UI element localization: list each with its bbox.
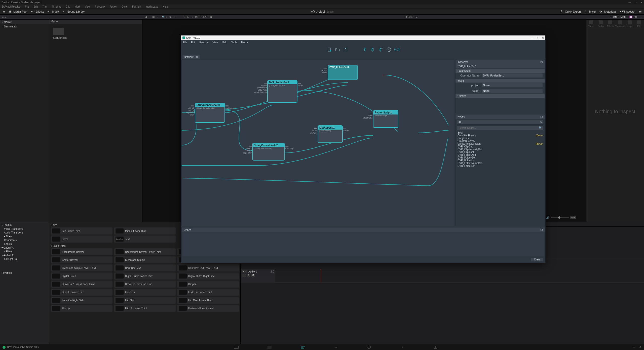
title-item[interactable]: Scroll xyxy=(51,236,112,243)
fusion-page-icon[interactable] xyxy=(333,345,339,349)
nodes-filter-select[interactable]: All xyxy=(457,120,543,125)
fusion-title-item[interactable]: Digital Glitch Lower Third xyxy=(114,273,176,280)
bypass-icon[interactable]: ⊘ xyxy=(635,16,637,18)
menu-fairlight[interactable]: Fairlight xyxy=(132,5,141,8)
node-pythonscript1[interactable]: PythonScript1 (PythonScript) xyxy=(373,110,398,128)
maximize-icon[interactable]: □ xyxy=(635,1,636,4)
fusion-title-item[interactable]: Digital Glitch Right Side xyxy=(177,273,239,280)
shift-menu-execute[interactable]: Execute xyxy=(199,41,208,44)
speaker-icon[interactable]: 🔊 xyxy=(546,216,550,219)
fusion-title-item[interactable]: Draw On Corners 1 Line xyxy=(114,281,176,288)
menu-help[interactable]: Help xyxy=(163,5,168,8)
new-file-icon[interactable] xyxy=(327,47,332,52)
shift-close-icon[interactable]: ✕ xyxy=(542,36,544,39)
input-folder-field[interactable]: None xyxy=(482,89,543,93)
inspector-tab-file[interactable]: File xyxy=(634,20,644,27)
zoom-chevron-icon[interactable]: ▾ xyxy=(192,16,193,18)
node-dvr-folderset1[interactable]: DVR_FolderSet1 xyxy=(328,65,358,80)
node-catalog-item[interactable]: CopyFiles xyxy=(458,137,543,140)
panel-menu-icon[interactable]: ▢ xyxy=(540,228,543,231)
menu-timeline[interactable]: Timeline xyxy=(52,5,61,8)
fusion-title-item[interactable]: Fade On xyxy=(114,289,176,296)
fx-item-effects[interactable]: Effects xyxy=(2,242,48,246)
menu-trim[interactable]: Trim xyxy=(43,5,48,8)
logger-clear-button[interactable]: Clear xyxy=(531,258,543,261)
sequences-bin[interactable]: › Sequences xyxy=(3,25,47,28)
execute-step-icon[interactable] xyxy=(378,47,384,52)
color-page-icon[interactable] xyxy=(366,345,372,349)
node-listappend1[interactable]: ListAppend1 (ListAppend) xyxy=(318,125,343,143)
node-dvr-folderget1[interactable]: DVR_FolderGet1 (DVR_FolderGet) xyxy=(267,80,297,103)
menu-fusion[interactable]: Fusion xyxy=(109,5,117,8)
node-catalog-item[interactable]: DVR_FolderNameGet xyxy=(458,162,543,165)
stop-icon[interactable] xyxy=(386,47,392,52)
fit-menu-icon[interactable]: ▭ ▾ xyxy=(2,16,6,18)
shift-menu-ftrack[interactable]: Ftrack xyxy=(241,41,248,44)
audiofx-header[interactable]: ▾ Audio FX xyxy=(2,253,48,257)
shift-minimize-icon[interactable]: — xyxy=(531,36,533,39)
mute-icon[interactable]: M xyxy=(251,274,255,277)
shift-maximize-icon[interactable]: □ xyxy=(537,36,538,39)
sequences-folder[interactable]: Sequences xyxy=(53,28,64,39)
fusion-title-item[interactable]: Drop In Lower Third xyxy=(51,289,112,296)
inspector-tab-image[interactable]: Image xyxy=(625,20,634,27)
effects-button[interactable]: ✦Effects xyxy=(31,10,44,13)
panel-menu-icon[interactable]: ▢ xyxy=(540,61,543,63)
search-icon[interactable]: 🔍 ▾ xyxy=(162,16,167,18)
inspector-button[interactable]: ✖✖Inspector xyxy=(619,10,635,13)
menu-workspace[interactable]: Workspace xyxy=(146,5,158,8)
index-button[interactable]: ≡Index xyxy=(47,10,59,13)
layout-toggle-icon[interactable]: ▭ xyxy=(3,10,5,13)
volume-control[interactable]: 🔊 DIM xyxy=(546,216,576,219)
search-icon[interactable]: 🔍 xyxy=(539,126,542,130)
quick-export-button[interactable]: ↥Quick Export xyxy=(560,10,581,13)
node-catalog-item[interactable]: DVR_FolderSet xyxy=(458,165,543,167)
arm-icon[interactable]: ▭ xyxy=(242,274,246,277)
fusion-title-item[interactable]: Clean and Simple xyxy=(114,256,176,263)
node-stringconcatenate1[interactable]: StringConcatenate1 (StringConcatenate) xyxy=(195,103,225,123)
fairlightfx-item[interactable]: Fairlight FX xyxy=(2,257,48,261)
cut-page-icon[interactable] xyxy=(267,345,272,349)
filters-item[interactable]: › Filters xyxy=(2,250,48,253)
open-file-icon[interactable] xyxy=(335,47,340,52)
menu-color[interactable]: Color xyxy=(122,5,128,8)
inspector-tab-transition[interactable]: Transition xyxy=(615,20,625,27)
node-catalog-item[interactable]: DVR_ClipPropertyGet xyxy=(458,148,543,151)
node-catalog-item[interactable]: DVR_FolderAdd xyxy=(458,153,543,156)
viewer-zoom[interactable]: 61% xyxy=(184,16,189,18)
fusion-title-item[interactable]: Center Reveal xyxy=(51,256,112,263)
title-item[interactable]: Middle Lower Third xyxy=(114,227,176,235)
fusion-title-item[interactable]: Background Reveal xyxy=(51,248,112,255)
node-catalog-item[interactable]: CreateTempDirectory(Beta) xyxy=(458,142,543,145)
media-pool-button[interactable]: ▦Media Pool xyxy=(9,10,27,13)
fx-item-audio-transitions[interactable]: Audio Transitions xyxy=(2,231,48,235)
fairlight-page-icon[interactable]: ♪ xyxy=(400,345,405,349)
shift-menu-file[interactable]: File xyxy=(183,41,187,44)
inspector-tab-video[interactable]: Video xyxy=(586,20,596,27)
audio-track-header[interactable]: A1Audio 12.0 ▭ S M xyxy=(241,269,276,282)
node-catalog-item[interactable]: DVR_FolderGet xyxy=(458,156,543,159)
home-icon[interactable]: ⌂ xyxy=(633,346,635,348)
node-stringconcatenate2[interactable]: StringConcatenate2 (StringConcatenate) xyxy=(252,143,285,161)
fusion-title-item[interactable]: Fade On Right Side xyxy=(51,297,112,304)
shift-menu-help[interactable]: Help xyxy=(222,41,227,44)
node-catalog-item[interactable]: DVR_ClipsGet xyxy=(458,151,543,153)
fusion-title-item[interactable]: Horizontal Line Reveal xyxy=(177,305,239,312)
node-catalog-item[interactable]: Bool xyxy=(458,131,543,134)
fusion-title-item[interactable]: Flip Up xyxy=(51,305,112,312)
menu-view[interactable]: View xyxy=(85,5,90,8)
fusion-title-item[interactable]: Digital Glitch xyxy=(51,273,112,280)
fusion-title-item[interactable]: Dark Box Text Lower Third xyxy=(177,264,239,271)
grid-view-icon[interactable]: ▦ xyxy=(152,16,155,18)
shift-menu-edit[interactable]: Edit xyxy=(191,41,195,44)
inspector-tab-audio[interactable]: Audio xyxy=(596,20,605,27)
list-view-icon[interactable]: ☰ xyxy=(157,16,159,18)
shift-titlebar[interactable]: Shift - v1.0.0 — □ ✕ xyxy=(181,35,545,40)
clip-chevron-icon[interactable]: ▾ xyxy=(416,16,417,18)
menu-clip[interactable]: Clip xyxy=(66,5,70,8)
title-item[interactable]: Left Lower Third xyxy=(51,227,112,235)
more-icon[interactable]: ⋯ xyxy=(174,16,176,18)
fx-item-titles[interactable]: ▸ Titles xyxy=(2,235,48,238)
node-catalog-item[interactable]: DVR_FolderList xyxy=(458,159,543,162)
shift-menu-tools[interactable]: Tools xyxy=(231,41,237,44)
